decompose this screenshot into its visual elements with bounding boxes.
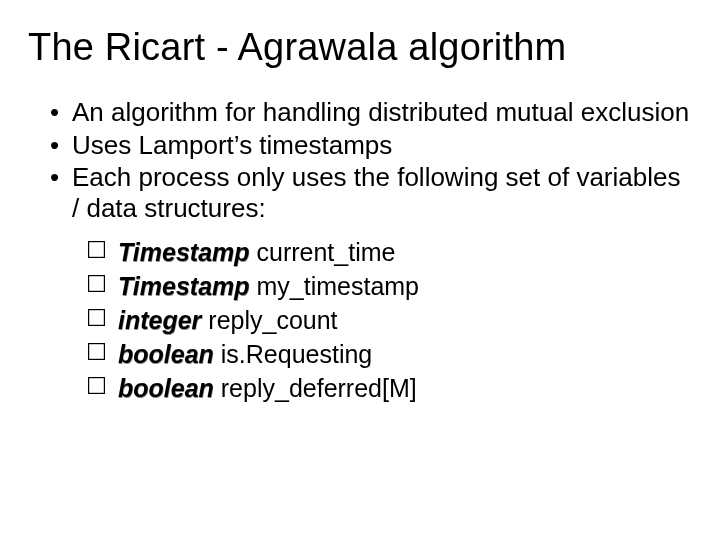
variable-name-text: reply_count [208, 306, 337, 334]
bullet-text: Uses Lamport’s timestamps [72, 130, 392, 160]
variable-item: integer reply_count [88, 304, 692, 336]
slide: The Ricart - Agrawala algorithm An algor… [0, 0, 720, 540]
bullet-text: Each process only uses the following set… [72, 162, 680, 223]
slide-title: The Ricart - Agrawala algorithm [28, 26, 692, 69]
variable-item: Timestamp my_timestamp [88, 270, 692, 302]
svg-rect-1 [89, 275, 105, 291]
svg-rect-2 [89, 309, 105, 325]
checkbox-icon [88, 275, 105, 292]
variable-type: Timestamp [118, 238, 250, 266]
variable-type: boolean [118, 340, 214, 368]
bullet-text: An algorithm for handling distributed mu… [72, 97, 689, 127]
variable-type: integer [118, 306, 201, 334]
bullet-item: Each process only uses the following set… [50, 162, 692, 223]
variable-type: boolean [118, 374, 214, 402]
checkbox-icon [88, 343, 105, 360]
checkbox-icon [88, 241, 105, 258]
checkbox-icon [88, 377, 105, 394]
variable-item: Timestamp current_time [88, 236, 692, 268]
checkbox-icon [88, 309, 105, 326]
variable-list: Timestamp current_time Timestamp my_time… [28, 236, 692, 404]
svg-rect-3 [89, 343, 105, 359]
variable-item: boolean reply_deferred[M] [88, 372, 692, 404]
bullet-item: Uses Lamport’s timestamps [50, 130, 692, 161]
bullet-list: An algorithm for handling distributed mu… [28, 97, 692, 224]
variable-name-text: my_timestamp [256, 272, 419, 300]
svg-rect-0 [89, 241, 105, 257]
bullet-item: An algorithm for handling distributed mu… [50, 97, 692, 128]
variable-name-text: is.Requesting [221, 340, 372, 368]
variable-name-text: reply_deferred[M] [221, 374, 417, 402]
variable-item: boolean is.Requesting [88, 338, 692, 370]
svg-rect-4 [89, 377, 105, 393]
variable-type: Timestamp [118, 272, 250, 300]
variable-name-text: current_time [256, 238, 395, 266]
